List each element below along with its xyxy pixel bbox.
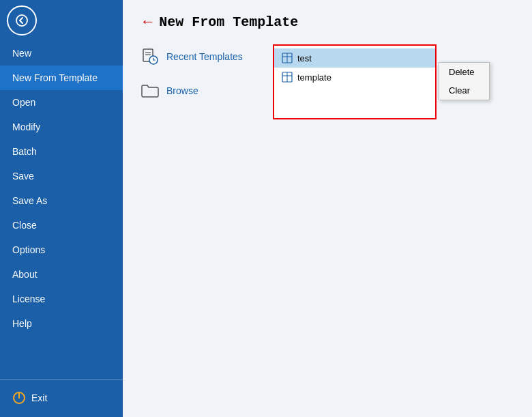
sidebar-item-open[interactable]: Open bbox=[0, 90, 123, 115]
context-menu: Delete Clear bbox=[439, 62, 490, 100]
context-menu-delete[interactable]: Delete bbox=[439, 63, 489, 81]
folder-icon bbox=[141, 83, 159, 98]
main-content: ← New From Template Recent Templates bbox=[123, 0, 532, 417]
exit-button[interactable]: Exit bbox=[0, 384, 123, 412]
document-clock-icon bbox=[141, 48, 159, 66]
content-area: Recent Templates Browse bbox=[123, 38, 532, 126]
sidebar-item-new[interactable]: New bbox=[0, 41, 123, 66]
browse-label: Browse bbox=[166, 85, 198, 96]
sidebar-item-new-from-template[interactable]: New From Template bbox=[0, 66, 123, 90]
sidebar-item-help[interactable]: Help bbox=[0, 311, 123, 336]
template-icon-template bbox=[281, 71, 293, 83]
context-menu-clear[interactable]: Clear bbox=[439, 81, 489, 100]
power-icon bbox=[12, 391, 26, 405]
recent-templates-item[interactable]: Recent Templates bbox=[136, 44, 259, 69]
templates-panel: test Delete Clear template bbox=[273, 44, 437, 119]
template-entry-template[interactable]: template bbox=[274, 68, 435, 87]
recent-templates-icon bbox=[141, 47, 160, 66]
browse-item[interactable]: Browse bbox=[136, 78, 259, 103]
arrow-indicator: ← bbox=[143, 14, 152, 31]
sidebar-item-modify[interactable]: Modify bbox=[0, 115, 123, 139]
page-title-area: ← New From Template bbox=[123, 0, 532, 38]
exit-label: Exit bbox=[31, 392, 47, 403]
sidebar-divider bbox=[0, 379, 123, 380]
left-panel: Recent Templates Browse bbox=[136, 44, 259, 119]
sidebar-item-save[interactable]: Save bbox=[0, 164, 123, 188]
svg-point-0 bbox=[16, 15, 27, 26]
sidebar: New New From Template Open Modify Batch … bbox=[0, 0, 123, 417]
sidebar-item-about[interactable]: About bbox=[0, 262, 123, 287]
sidebar-item-license[interactable]: License bbox=[0, 287, 123, 311]
grid-doc-icon bbox=[282, 53, 293, 63]
template-icon-test bbox=[281, 52, 293, 64]
sidebar-item-save-as[interactable]: Save As bbox=[0, 188, 123, 213]
sidebar-nav: New New From Template Open Modify Batch … bbox=[0, 41, 123, 375]
back-button[interactable] bbox=[7, 5, 37, 35]
sidebar-item-batch[interactable]: Batch bbox=[0, 139, 123, 164]
page-title: New From Template bbox=[159, 14, 298, 30]
browse-icon bbox=[141, 81, 160, 100]
sidebar-item-close[interactable]: Close bbox=[0, 213, 123, 238]
template-name-template: template bbox=[297, 72, 331, 83]
recent-templates-label: Recent Templates bbox=[166, 51, 243, 62]
sidebar-item-options[interactable]: Options bbox=[0, 238, 123, 262]
template-name-test: test bbox=[297, 53, 312, 63]
grid-doc-icon2 bbox=[282, 72, 293, 83]
template-entry-test[interactable]: test Delete Clear bbox=[274, 48, 435, 68]
